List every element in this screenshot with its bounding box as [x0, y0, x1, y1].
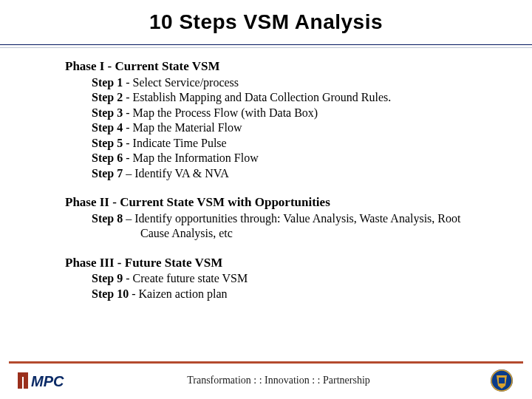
step-text: Indicate Time Pulse: [133, 137, 227, 149]
step-text: Map the Information Flow: [133, 151, 259, 164]
step-text: Map the Process Flow (with Data Box): [133, 106, 318, 119]
step-sep: -: [123, 151, 132, 164]
step-text: Map the Material Flow: [133, 121, 242, 134]
step-6: Step 6 - Map the Information Flow: [92, 151, 491, 166]
step-label: Step 3: [92, 106, 123, 119]
title-block: 10 Steps VSM Analysis: [0, 0, 532, 38]
step-8: Step 8 – Identify opportunities through:…: [92, 211, 491, 242]
phase-3-heading: Phase III - Future State VSM: [65, 255, 491, 271]
step-4: Step 4 - Map the Material Flow: [92, 120, 491, 135]
step-9: Step 9 - Create future state VSM: [92, 271, 491, 286]
svg-rect-2: [21, 372, 27, 377]
phase-1: Phase I - Current State VSM Step 1 - Sel…: [65, 58, 491, 181]
slide: 10 Steps VSM Analysis Phase I - Current …: [0, 0, 532, 399]
step-1: Step 1 - Select Service/process: [92, 75, 491, 90]
step-sep: -: [123, 137, 132, 149]
step-text: Select Service/process: [133, 76, 239, 89]
phase-1-steps: Step 1 - Select Service/process Step 2 -…: [65, 75, 491, 181]
phase-2: Phase II - Current State VSM with Opport…: [65, 194, 491, 242]
footer: MPC Transformation : : Innovation : : Pa…: [0, 364, 532, 399]
step-sep: -: [123, 106, 132, 119]
step-7: Step 7 – Identify VA & NVA: [92, 166, 491, 181]
step-label: Step 6: [92, 151, 123, 164]
step-label: Step 5: [92, 137, 123, 149]
logo-mpc-icon: MPC: [18, 370, 68, 391]
phase-2-steps: Step 8 – Identify opportunities through:…: [65, 211, 491, 242]
step-10: Step 10 - Kaizen action plan: [92, 287, 491, 301]
footer-wrap: MPC Transformation : : Innovation : : Pa…: [0, 361, 532, 399]
step-label: Step 4: [92, 121, 123, 134]
svg-text:MPC: MPC: [31, 373, 64, 389]
divider-top: [0, 44, 532, 45]
step-sep: -: [123, 76, 132, 89]
step-5: Step 5 - Indicate Time Pulse: [92, 136, 491, 151]
step-3: Step 3 - Map the Process Flow (with Data…: [92, 106, 491, 120]
footer-text: Transformation : : Innovation : : Partne…: [68, 375, 489, 386]
step-2: Step 2 - Establish Mapping and Data Coll…: [92, 90, 491, 105]
phase-2-heading: Phase II - Current State VSM with Opport…: [65, 194, 491, 211]
step-label: Step 1: [92, 76, 123, 89]
step-label: Step 8: [92, 212, 123, 225]
step-text: Identify VA & NVA: [134, 167, 229, 180]
step-text: Kaizen action plan: [139, 287, 228, 300]
logo-shield-icon: [489, 368, 514, 393]
step-sep: –: [123, 167, 134, 180]
step-label: Step 9: [92, 272, 123, 284]
step-sep: -: [123, 91, 132, 103]
step-label: Step 7: [92, 167, 123, 180]
slide-title: 10 Steps VSM Analysis: [0, 10, 532, 34]
phase-3-steps: Step 9 - Create future state VSM Step 10…: [65, 271, 491, 301]
step-label: Step 10: [92, 287, 129, 300]
step-sep: -: [129, 287, 138, 300]
step-sep: -: [123, 272, 132, 284]
step-label: Step 2: [92, 91, 123, 103]
step-sep: –: [123, 212, 134, 225]
step-text: Establish Mapping and Data Collection Gr…: [133, 91, 392, 103]
phase-3: Phase III - Future State VSM Step 9 - Cr…: [65, 255, 491, 302]
content: Phase I - Current State VSM Step 1 - Sel…: [0, 48, 532, 301]
step-text: Identify opportunities through: Value An…: [134, 212, 460, 239]
phase-1-heading: Phase I - Current State VSM: [65, 58, 491, 75]
step-text: Create future state VSM: [133, 272, 248, 284]
svg-rect-6: [499, 378, 505, 383]
step-sep: -: [123, 121, 132, 134]
